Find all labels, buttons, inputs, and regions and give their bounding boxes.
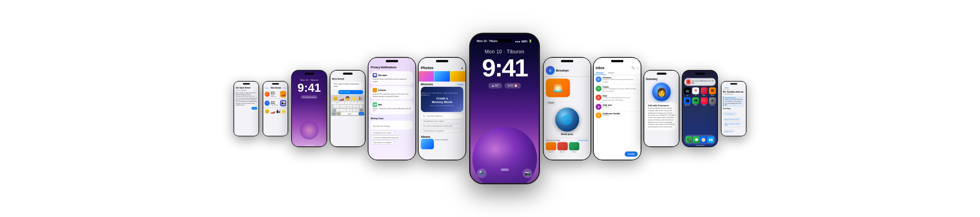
key-space[interactable]: space — [341, 112, 358, 116]
emoji-bar-item[interactable]: 👨 — [345, 96, 350, 101]
app-calendar[interactable]: 📅 10 — [692, 87, 699, 96]
memory-search-input[interactable] — [426, 115, 461, 117]
key-b[interactable]: b — [349, 109, 352, 112]
back-btn-2[interactable]: Cancel — [265, 87, 269, 88]
smart-reply-3[interactable]: Will you be driving or taking an Uber? — [723, 122, 744, 127]
prompt-chip-2[interactable]: "Leo trick-or-treating with a spooky vib… — [371, 135, 402, 139]
writing-tools-input[interactable] — [373, 125, 411, 127]
email-row-4[interactable]: A Aditi Jain Check-in — [594, 103, 641, 111]
emoji-bar-item[interactable]: 😊 — [333, 96, 338, 101]
email-row-5[interactable]: G Guillermo Castillo Check-in — [594, 111, 641, 119]
home-indicator-8 — [611, 158, 623, 159]
inbox-search-icon[interactable]: 🔍 — [631, 66, 635, 69]
dock-mail[interactable]: 📧 — [707, 136, 714, 143]
phone-wrap-3: Mon 10 · Tiburon 9:41 62° Partly Cloudy — [291, 70, 327, 147]
home-notification[interactable]: ✈ Your mom's flight lands at 11:18 AM. — [684, 78, 715, 86]
suggestion-thumb-2[interactable] — [557, 142, 568, 150]
key-y[interactable]: y — [348, 101, 351, 105]
emoji-grid-item[interactable]: 😊 — [265, 109, 269, 114]
emoji-bar-item[interactable]: 🌟 — [351, 96, 356, 101]
key-f[interactable]: f — [343, 105, 346, 108]
app-music[interactable]: 🎵 Music — [701, 87, 707, 96]
key-delete[interactable]: ⌫ — [359, 109, 363, 112]
key-z[interactable]: z — [337, 109, 339, 112]
key-q[interactable]: q — [332, 101, 334, 105]
key-r[interactable]: r — [341, 101, 344, 105]
notif-banner-2[interactable]: 🛒 Instacart Instacart Your Instacart ord… — [370, 86, 414, 99]
emoji-bar-item[interactable]: 🎉 — [358, 96, 363, 101]
key-x[interactable]: x — [340, 109, 343, 112]
key-o[interactable]: o — [358, 101, 360, 105]
app-settings[interactable]: ⚙ Settings — [709, 97, 716, 106]
inbox-more-icon[interactable]: ⋯ — [636, 66, 639, 69]
key-d[interactable]: d — [340, 105, 343, 108]
key-e[interactable]: e — [338, 101, 341, 105]
key-n[interactable]: n — [353, 109, 356, 112]
send-btn[interactable]: Send — [252, 107, 257, 109]
prompt-3[interactable]: "Last summer in our garden" — [421, 129, 464, 133]
dock-safari[interactable]: 🧭 — [700, 136, 707, 143]
key-h[interactable]: h — [349, 105, 352, 108]
emoji-grid-item[interactable]: 🏎️ — [270, 109, 275, 114]
app-maps[interactable]: 🗺 Maps — [692, 97, 699, 106]
tab-social[interactable]: Social — [606, 71, 616, 75]
prompt-chip-1[interactable]: "Everything we ate in Japan" — [371, 131, 394, 135]
key-a[interactable]: a — [333, 105, 336, 108]
key-j[interactable]: j — [353, 105, 356, 108]
key-p[interactable]: p — [361, 101, 364, 105]
key-g[interactable]: g — [346, 105, 349, 108]
key-emoji[interactable]: 😊 — [337, 112, 341, 116]
app-heart[interactable]: ❤️ Health — [701, 97, 707, 106]
album-thumb-1[interactable] — [421, 139, 434, 149]
key-123[interactable]: 123 — [331, 112, 337, 116]
prompt-1[interactable]: "Everything we ate in Japan" — [421, 119, 464, 123]
hero-flashlight-btn[interactable]: 🔦 — [477, 169, 487, 178]
email-row-3[interactable]: K Kate Contract for Michael Robinson's n… — [594, 93, 641, 103]
emoji-grid-item[interactable]: 🌟 — [281, 109, 286, 114]
insert-btn[interactable]: Insert — [283, 87, 286, 88]
key-v[interactable]: v — [346, 109, 349, 112]
prompt-2[interactable]: "Leo trick-or-treating with a spooky vib… — [421, 124, 464, 128]
app-photos-home[interactable]: 🖼 Photos — [709, 87, 716, 96]
key-m[interactable]: m — [356, 109, 359, 112]
notif-banner-1[interactable]: 💬 Messages Invite for dinner with Sasha … — [370, 71, 414, 85]
brooklyn-bubble-1: Sunset — [546, 100, 556, 105]
gmail-create-btn[interactable]: Create — [625, 151, 638, 156]
photos-icon[interactable]: ⊕ — [461, 66, 464, 69]
phone-wrap-9: Summary 👩 Call with Francesco Francesco … — [643, 70, 679, 147]
contact-avatar-2: I — [265, 100, 269, 105]
key-u[interactable]: u — [351, 101, 354, 105]
smart-reply-1[interactable]: No: Sunday pick-up — [723, 112, 737, 115]
key-return[interactable]: return — [359, 112, 364, 116]
create-link[interactable]: Create — [457, 83, 463, 85]
dock-messages[interactable]: 💬 — [693, 136, 700, 143]
key-s[interactable]: s — [337, 105, 339, 108]
app-appstore[interactable]: 🅰 App Store — [684, 97, 691, 106]
key-i[interactable]: i — [354, 101, 357, 105]
key-k[interactable]: k — [356, 105, 359, 108]
key-c[interactable]: c — [343, 109, 346, 112]
smart-reply-4[interactable]: Having an Uber — [723, 129, 734, 133]
memory-card[interactable]: Carefully capturing your precious moment… — [421, 86, 464, 112]
hero-camera-btn[interactable]: 📷 — [523, 169, 532, 178]
app-tv[interactable]: 📺 TV — [684, 87, 691, 96]
tab-primary[interactable]: Primary — [594, 71, 606, 75]
suggestion-thumb-1[interactable] — [546, 142, 557, 150]
emoji-bar-item[interactable]: 🏎️ — [339, 96, 344, 101]
smart-reply-2[interactable]: Will your partner be joining? — [723, 118, 741, 121]
emoji-grid-item[interactable]: 👨‍👧 — [276, 109, 281, 114]
ls-time: 9:41 — [298, 82, 321, 94]
back-btn-email[interactable]: ← Samos — [723, 87, 728, 88]
notif-app-name-2: Instacart — [378, 88, 386, 91]
dock-phone[interactable]: 📞 — [686, 136, 693, 143]
key-w[interactable]: w — [335, 101, 338, 105]
suggestion-thumb-3[interactable] — [569, 142, 580, 150]
key-l[interactable]: l — [359, 105, 362, 108]
show-more-btn[interactable]: SHOW MORE — [578, 139, 588, 141]
email-row-1[interactable]: F Florence Invited to collab soft openin… — [594, 75, 641, 84]
key-t[interactable]: t — [345, 101, 347, 105]
key-shift[interactable]: ⇧ — [332, 109, 336, 112]
prompt-chip-3[interactable]: "Last summer in our garden" — [371, 140, 394, 144]
notif-banner-3[interactable]: 📧 Mail Eileen — Summer storms arrived. M… — [370, 100, 414, 114]
email-row-2[interactable]: C Calvin Check in My flight to Newark, E… — [594, 84, 641, 93]
